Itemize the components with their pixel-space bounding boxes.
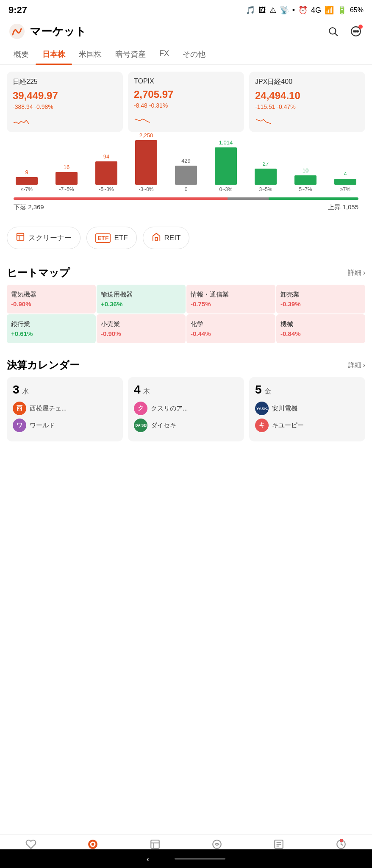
heatmap-cell-4[interactable]: 銀行業 +0.61%	[7, 314, 96, 343]
cal-entry-kusuri[interactable]: ク クスリのア...	[134, 402, 238, 415]
cal-date-4: 4 木	[134, 383, 238, 397]
down-summary: 下落 2,369	[14, 203, 44, 211]
cal-card-day5[interactable]: 5 金 YASKAWA 安川電機 キ キユーピー	[249, 377, 365, 441]
dist-bar-57	[294, 175, 316, 185]
heatmap-cell-1[interactable]: 輸送用機器 +0.36%	[97, 285, 186, 313]
svg-point-1	[329, 28, 336, 34]
dist-bar-le7	[16, 177, 38, 185]
dist-col-le7: 9 ≤-7%	[16, 169, 38, 192]
tab-overview[interactable]: 概要	[7, 44, 36, 64]
cal-entry-daiseki[interactable]: DAISEKI ダイセキ	[134, 419, 238, 432]
tab-fx[interactable]: FX	[153, 44, 176, 64]
heatmap-name-0: 電気機器	[11, 291, 92, 299]
market-cards: 日経225 39,449.97 -388.94 -0.98% TOPIX 2,7…	[0, 65, 372, 139]
reit-icon	[152, 232, 161, 244]
dist-col-ge7: 4 ≥7%	[334, 171, 356, 192]
heatmap-name-4: 銀行業	[11, 320, 92, 328]
menu-button[interactable]	[348, 24, 364, 39]
distribution-bars: 9 ≤-7% 16 -7~5% 94 -5~3% 2,250 -3~0% 429…	[7, 143, 365, 194]
reit-button[interactable]: REIT	[143, 227, 190, 249]
action-buttons: スクリーナー ETF ETF REIT	[0, 218, 372, 258]
music-icon: 🎵	[246, 6, 255, 15]
heatmap-grid: 電気機器 -0.90% 輸送用機器 +0.36% 情報・通信業 -0.75% 卸…	[0, 285, 372, 350]
screener-button[interactable]: スクリーナー	[7, 227, 81, 249]
cal-entry-world[interactable]: ワ ワールド	[13, 419, 117, 432]
reit-label: REIT	[164, 234, 181, 242]
dist-count-57: 10	[303, 167, 308, 174]
dist-label-30: -3~0%	[139, 186, 153, 192]
tab-other[interactable]: その他	[176, 44, 212, 64]
tab-crypto[interactable]: 暗号資産	[108, 44, 153, 64]
heatmap-change-2: -0.75%	[191, 300, 271, 308]
status-time: 9:27	[8, 5, 27, 16]
dist-bar-35	[255, 169, 277, 185]
index-card-topix[interactable]: TOPIX 2,705.97 -8.48 -0.31%	[128, 72, 244, 132]
back-button[interactable]: ‹	[147, 854, 150, 864]
heatmap-cell-0[interactable]: 電気機器 -0.90%	[7, 285, 96, 313]
topix-chart	[134, 112, 238, 125]
heatmap-name-6: 化学	[191, 320, 271, 328]
progress-green	[269, 197, 358, 200]
screener-icon	[16, 232, 25, 244]
kusuri-avatar: ク	[134, 402, 147, 415]
svg-point-15	[92, 843, 94, 846]
cal-entry-yaskawa[interactable]: YASKAWA 安川電機	[255, 402, 359, 415]
notification-dot	[358, 25, 363, 29]
index-card-nikkei[interactable]: 日経225 39,449.97 -388.94 -0.98%	[7, 72, 123, 132]
yaskawa-avatar: YASKAWA	[255, 402, 269, 415]
jpx-value: 24,494.10	[255, 90, 359, 102]
jpx-change: -115.51 -0.47%	[255, 103, 359, 110]
nikkei-value: 39,449.97	[13, 90, 117, 102]
heatmap-cell-2[interactable]: 情報・通信業 -0.75%	[186, 285, 275, 313]
calendar-detail-button[interactable]: 詳細 ›	[348, 361, 365, 370]
investment-dot	[340, 839, 343, 842]
chevron-right-icon: ›	[363, 269, 365, 277]
yaskawa-name: 安川電機	[272, 405, 297, 413]
heatmap-cell-6[interactable]: 化学 -0.44%	[186, 314, 275, 343]
search-button[interactable]	[325, 24, 341, 39]
heatmap-name-1: 輸送用機器	[101, 291, 181, 299]
dist-col-03: 1,014 0~3%	[215, 139, 237, 192]
dist-col-57: 10 5~7%	[294, 167, 316, 192]
tab-navigation: 概要 日本株 米国株 暗号資産 FX その他	[0, 44, 372, 65]
daiseki-avatar: DAISEKI	[134, 419, 147, 432]
cal-card-day4[interactable]: 4 木 ク クスリのア... DAISEKI ダイセキ	[128, 377, 244, 441]
dist-label-0: 0	[185, 186, 188, 192]
svg-rect-16	[151, 840, 159, 849]
svg-point-4	[353, 31, 355, 32]
home-bar[interactable]	[175, 858, 225, 860]
heatmap-change-7: -0.84%	[280, 330, 361, 337]
tab-japan[interactable]: 日本株	[36, 44, 72, 64]
heatmap-cell-7[interactable]: 機械 -0.84%	[276, 314, 365, 343]
etf-button[interactable]: ETF ETF	[86, 227, 137, 249]
cal-date-5: 5 金	[255, 383, 359, 397]
heatmap-change-0: -0.90%	[11, 300, 92, 308]
world-avatar: ワ	[13, 419, 26, 432]
heatmap-cell-3[interactable]: 卸売業 -0.39%	[276, 285, 365, 313]
app-logo	[8, 23, 25, 40]
dist-bar-53	[95, 161, 117, 185]
cal-card-day3[interactable]: 3 水 西 西松屋チェ... ワ ワールド	[7, 377, 123, 441]
dist-bar-ge7	[334, 179, 356, 185]
progress-gray	[228, 197, 269, 200]
heatmap-detail-button[interactable]: 詳細 ›	[348, 269, 365, 277]
dist-label-57: 5~7%	[299, 186, 312, 192]
signal-icon: 📶	[325, 6, 334, 15]
dist-count-35: 27	[263, 161, 269, 167]
alarm-icon: ⏰	[298, 6, 308, 15]
dist-count-0: 429	[181, 158, 191, 164]
etf-label: ETF	[114, 234, 128, 242]
status-bar: 9:27 🎵 🖼 ⚠ 📡 • ⏰ 4G 📶 🔋 65%	[0, 0, 372, 19]
heatmap-name-3: 卸売業	[280, 291, 361, 299]
heatmap-header: ヒートマップ 詳細 ›	[0, 258, 372, 285]
topix-change: -8.48 -0.31%	[134, 102, 238, 109]
dist-bar-03	[215, 147, 237, 185]
dist-count-30: 2,250	[139, 132, 153, 139]
cal-entry-nishimatsuya[interactable]: 西 西松屋チェ...	[13, 402, 117, 415]
cal-entry-kewpie[interactable]: キ キユーピー	[255, 419, 359, 432]
svg-point-5	[355, 31, 356, 32]
svg-point-19	[213, 840, 221, 849]
index-card-jpx[interactable]: JPX日経400 24,494.10 -115.51 -0.47%	[249, 72, 365, 132]
heatmap-cell-5[interactable]: 小売業 -0.90%	[97, 314, 186, 343]
tab-us[interactable]: 米国株	[72, 44, 108, 64]
